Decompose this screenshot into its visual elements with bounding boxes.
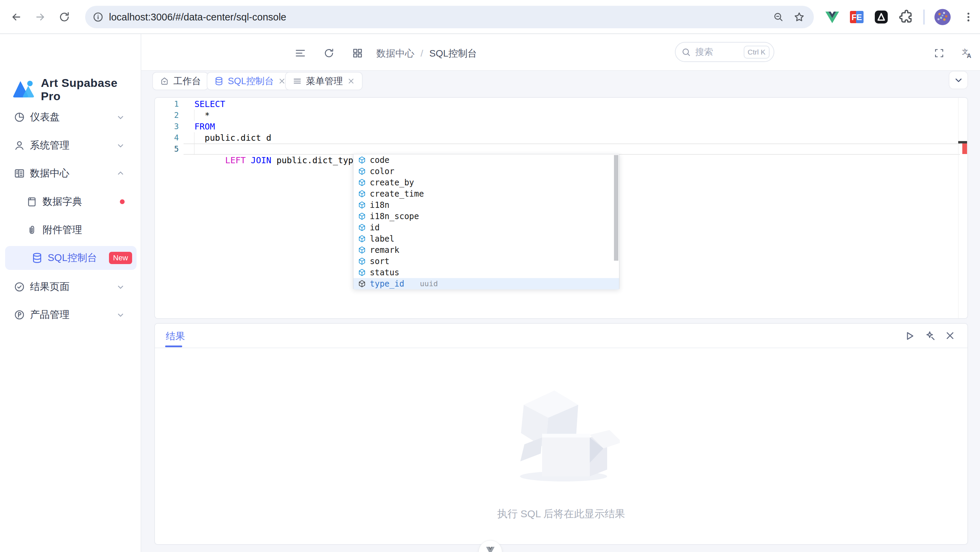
- sidebar-item-label: 结果页面: [30, 280, 70, 294]
- tab-list-collapse-button[interactable]: [949, 71, 968, 89]
- app-header: 数据中心 / SQL控制台 Ctrl K 文A: [141, 34, 980, 71]
- sidebar-item-attachments[interactable]: 附件管理: [0, 219, 141, 241]
- autocomplete-item-label[interactable]: label: [353, 233, 619, 244]
- database-icon: [214, 76, 224, 86]
- breadcrumb-separator: /: [420, 48, 423, 59]
- autocomplete-item-i18n_scope[interactable]: i18n_scope: [353, 211, 619, 222]
- sidebar-item-label: 数据字典: [43, 195, 82, 209]
- autocomplete-item-color[interactable]: color: [353, 166, 619, 177]
- autocomplete-item-create_time[interactable]: create_time: [353, 188, 619, 199]
- forward-button[interactable]: [31, 8, 49, 26]
- sidebar-item-products[interactable]: 产品管理: [0, 304, 141, 326]
- code-line: SELECT: [194, 99, 225, 110]
- sidebar-item-label: 数据中心: [30, 167, 70, 180]
- site-info-icon[interactable]: [92, 11, 103, 22]
- sidebar-item-system[interactable]: 系统管理: [0, 135, 141, 156]
- field-cube-icon: [358, 223, 366, 232]
- autocomplete-item-type_id[interactable]: type_iduuid: [353, 278, 619, 289]
- chevron-down-icon: [116, 141, 125, 150]
- breadcrumb-current[interactable]: SQL控制台: [430, 47, 477, 60]
- bookmark-star-icon[interactable]: [794, 11, 805, 23]
- translate-button[interactable]: 文A: [960, 46, 974, 60]
- data-panel-icon: [14, 168, 25, 179]
- field-cube-icon: [358, 235, 366, 243]
- refresh-button[interactable]: [322, 46, 336, 60]
- close-icon[interactable]: [347, 77, 355, 85]
- code-line: public.dict d: [194, 132, 271, 144]
- apps-grid-button[interactable]: [351, 46, 364, 60]
- app-logo[interactable]: Art Supabase Pro: [13, 76, 141, 103]
- format-sql-button[interactable]: [924, 330, 937, 343]
- autocomplete-scrollbar[interactable]: [614, 155, 618, 261]
- paperclip-icon: [26, 225, 37, 236]
- chevron-down-icon: [953, 75, 964, 85]
- reload-button[interactable]: [56, 8, 73, 26]
- field-cube-icon: [358, 257, 366, 266]
- tab-menu-management[interactable]: 菜单管理: [285, 72, 363, 90]
- url-bar[interactable]: [85, 6, 814, 28]
- search-box[interactable]: Ctrl K: [675, 42, 774, 62]
- extension-app-icon[interactable]: [873, 9, 889, 25]
- autocomplete-item-id[interactable]: id: [353, 222, 619, 233]
- line-number: 1: [155, 99, 179, 110]
- chevron-down-icon: [116, 310, 125, 320]
- sidebar-item-label: SQL控制台: [48, 251, 97, 265]
- back-button[interactable]: [8, 8, 25, 26]
- extensions-puzzle-icon[interactable]: [899, 9, 915, 25]
- notification-dot: [120, 199, 125, 204]
- tab-sql-console[interactable]: SQL控制台: [207, 72, 294, 90]
- empty-state-illustration: [504, 384, 620, 486]
- search-shortcut-badge: Ctrl K: [744, 46, 770, 59]
- field-cube-icon: [358, 212, 366, 221]
- pie-chart-icon: [14, 112, 25, 123]
- search-input[interactable]: [695, 47, 744, 57]
- autocomplete-item-create_by[interactable]: create_by: [353, 177, 619, 188]
- close-results-button[interactable]: [944, 330, 958, 343]
- sidebar-item-data-dictionary[interactable]: 数据字典: [0, 191, 141, 213]
- field-cube-icon: [358, 201, 366, 209]
- browser-menu-button[interactable]: [959, 8, 977, 26]
- line-number: 2: [155, 110, 179, 121]
- tab-workbench[interactable]: 工作台: [152, 72, 208, 90]
- toolbar-divider: [923, 10, 924, 24]
- extension-fe-icon[interactable]: FE: [849, 9, 865, 25]
- field-cube-icon: [358, 178, 366, 187]
- tab-label: 菜单管理: [306, 75, 343, 87]
- empty-state-text: 执行 SQL 后将在此显示结果: [155, 507, 967, 521]
- book-icon: [26, 196, 37, 207]
- breadcrumb-parent[interactable]: 数据中心: [376, 47, 414, 60]
- code-line: *: [194, 110, 210, 121]
- line-number: 4: [155, 132, 179, 144]
- overview-cursor-marker: [958, 141, 967, 144]
- autocomplete-item-detail: uuid: [420, 279, 438, 288]
- svg-text:A: A: [967, 53, 971, 59]
- fullscreen-button[interactable]: [932, 46, 946, 60]
- run-sql-button[interactable]: [904, 330, 917, 343]
- sidebar-item-data-center[interactable]: 数据中心: [0, 163, 141, 184]
- check-circle-icon: [14, 281, 25, 293]
- collapse-sidebar-button[interactable]: [294, 46, 307, 60]
- autocomplete-item-code[interactable]: code: [353, 154, 619, 166]
- sidebar-item-result-pages[interactable]: 结果页面: [0, 276, 141, 298]
- search-icon: [681, 47, 691, 57]
- sidebar-item-sql-console[interactable]: SQL控制台 New: [5, 246, 137, 270]
- sidebar-item-dashboard[interactable]: 仪表盘: [0, 106, 141, 128]
- field-cube-icon: [358, 268, 366, 277]
- field-cube-icon: [358, 167, 366, 176]
- url-input[interactable]: [109, 11, 773, 23]
- results-tab[interactable]: 结果: [166, 330, 185, 343]
- extension-vue-icon[interactable]: [824, 9, 840, 25]
- line-number: 3: [155, 121, 179, 132]
- line-number: 5: [155, 144, 179, 155]
- code-line: FROM: [194, 121, 215, 132]
- field-cube-icon: [358, 246, 366, 255]
- sidebar-item-label: 系统管理: [30, 139, 70, 152]
- autocomplete-item-status[interactable]: status: [353, 267, 619, 278]
- autocomplete-item-i18n[interactable]: i18n: [353, 199, 619, 211]
- autocomplete-item-remark[interactable]: remark: [353, 244, 619, 255]
- autocomplete-item-sort[interactable]: sort: [353, 255, 619, 267]
- overview-error-marker: [962, 144, 967, 154]
- chevron-up-icon: [116, 169, 125, 178]
- zoom-out-icon[interactable]: [773, 11, 784, 22]
- browser-profile-avatar[interactable]: [934, 8, 951, 26]
